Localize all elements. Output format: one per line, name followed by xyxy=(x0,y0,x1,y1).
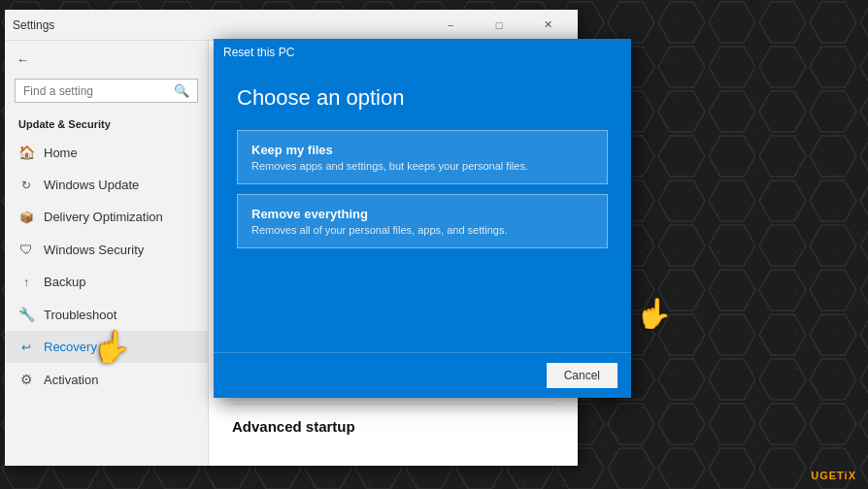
dialog-title-bar: Reset this PC xyxy=(214,39,631,66)
sidebar-item-delivery-label: Delivery Optimization xyxy=(44,210,163,224)
title-bar: Settings − □ ✕ xyxy=(5,10,578,41)
keep-files-desc: Removes apps and settings, but keeps you… xyxy=(251,160,593,172)
sidebar-item-update-label: Windows Update xyxy=(44,178,139,192)
watermark: UGETiX xyxy=(811,470,856,481)
close-button[interactable]: ✕ xyxy=(525,10,570,41)
minimize-button[interactable]: − xyxy=(428,10,473,41)
backup-icon: ↑ xyxy=(18,276,34,289)
reset-dialog: Reset this PC Choose an option Keep my f… xyxy=(214,39,631,398)
sidebar-item-home[interactable]: 🏠 Home xyxy=(5,136,208,169)
back-button[interactable]: ← xyxy=(5,45,208,75)
watermark-suffix: iX xyxy=(845,470,856,481)
sidebar-item-windows-security[interactable]: 🛡 Windows Security xyxy=(5,233,208,266)
remove-everything-option[interactable]: Remove everything Removes all of your pe… xyxy=(237,194,608,248)
remove-everything-desc: Removes all of your personal files, apps… xyxy=(251,224,593,236)
recovery-icon: ↩ xyxy=(18,341,34,354)
sidebar-item-troubleshoot-label: Troubleshoot xyxy=(44,308,117,322)
title-bar-controls: − □ ✕ xyxy=(428,10,570,41)
maximize-button[interactable]: □ xyxy=(477,10,521,41)
back-arrow-icon: ← xyxy=(17,52,29,67)
search-icon: 🔍 xyxy=(174,83,189,98)
update-icon: ↻ xyxy=(18,179,34,192)
delivery-icon: 📦 xyxy=(18,211,34,224)
dialog-title-text: Reset this PC xyxy=(223,46,294,59)
sidebar-item-recovery-label: Recovery xyxy=(44,340,97,354)
settings-window-title: Settings xyxy=(13,18,54,32)
watermark-prefix: UG xyxy=(811,470,829,481)
advanced-startup-title: Advanced startup xyxy=(232,418,554,435)
search-input[interactable] xyxy=(23,84,174,98)
cancel-button[interactable]: Cancel xyxy=(547,363,618,388)
sidebar-section-title: Update & Security xyxy=(5,114,208,136)
sidebar-item-backup[interactable]: ↑ Backup xyxy=(5,266,208,298)
sidebar-item-windows-update[interactable]: ↻ Windows Update xyxy=(5,169,208,201)
sidebar-item-troubleshoot[interactable]: 🔧 Troubleshoot xyxy=(5,298,208,331)
sidebar-item-backup-label: Backup xyxy=(44,275,85,289)
dialog-heading: Choose an option xyxy=(237,85,608,111)
search-box[interactable]: 🔍 xyxy=(15,79,198,103)
keep-files-title: Keep my files xyxy=(251,143,593,157)
home-icon: 🏠 xyxy=(18,145,34,160)
troubleshoot-icon: 🔧 xyxy=(18,307,34,322)
sidebar: ← 🔍 Update & Security 🏠 Home ↻ Windows U… xyxy=(5,41,209,466)
title-bar-left: Settings xyxy=(13,18,54,32)
keep-files-option[interactable]: Keep my files Removes apps and settings,… xyxy=(237,130,608,184)
security-icon: 🛡 xyxy=(18,242,34,257)
sidebar-item-activation[interactable]: ⚙ Activation xyxy=(5,363,208,396)
divider-2 xyxy=(232,404,554,405)
sidebar-item-home-label: Home xyxy=(44,146,78,160)
sidebar-item-security-label: Windows Security xyxy=(44,243,144,257)
activation-icon: ⚙ xyxy=(18,372,34,387)
dialog-footer: Cancel xyxy=(214,352,631,398)
dialog-body: Choose an option Keep my files Removes a… xyxy=(214,66,631,352)
sidebar-item-activation-label: Activation xyxy=(44,373,98,387)
watermark-highlight: ET xyxy=(829,470,845,481)
remove-everything-title: Remove everything xyxy=(251,207,593,221)
sidebar-item-recovery[interactable]: ↩ Recovery xyxy=(5,331,208,363)
sidebar-item-delivery-optimization[interactable]: 📦 Delivery Optimization xyxy=(5,201,208,233)
